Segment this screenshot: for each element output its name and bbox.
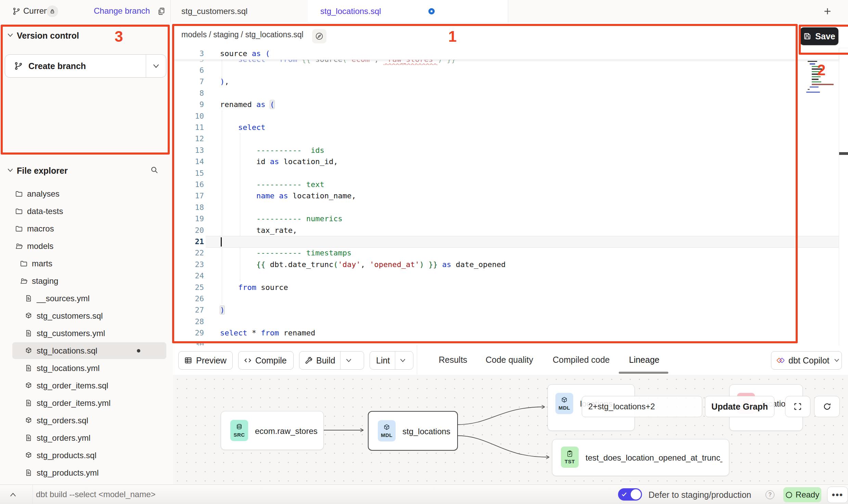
file-item--sources-yml[interactable]: __sources.yml	[0, 290, 197, 307]
more-options-button[interactable]: •••	[827, 487, 848, 503]
chevron-down-icon[interactable]	[152, 64, 160, 69]
file-item-data-tests[interactable]: data-tests	[0, 202, 188, 220]
lint-button[interactable]: Lint	[370, 351, 413, 370]
code-line-14[interactable]: 14 id as location_id,	[173, 156, 839, 168]
file-item-models[interactable]: models	[0, 237, 188, 255]
fullscreen-button[interactable]	[785, 396, 810, 417]
code-line-29[interactable]: 29select * from renamed	[173, 327, 839, 339]
code-line-15[interactable]: 15	[173, 168, 839, 179]
breadcrumb[interactable]: models / staging / stg_locations.sql	[181, 30, 304, 39]
code-line-23[interactable]: 23 {{ dbt.date_trunc('day', 'opened_at')…	[173, 259, 839, 270]
version-control-header[interactable]: Version control	[0, 29, 173, 42]
defer-toggle[interactable]	[618, 488, 642, 501]
file-item-stg-order-items-sql[interactable]: stg_order_items.sql	[0, 377, 197, 394]
code-line-17[interactable]: 17 name as location_name,	[173, 190, 839, 202]
file-item-stg-orders-sql[interactable]: stg_orders.sql	[0, 412, 197, 429]
code-line-27[interactable]: 27)	[173, 304, 839, 316]
minimap-line	[808, 61, 817, 62]
status-badge[interactable]: Ready	[783, 487, 821, 502]
lint-dropdown-chevron-icon[interactable]	[399, 358, 406, 363]
update-graph-button[interactable]: Update Graph	[705, 396, 774, 417]
code-line-11[interactable]: 11 select	[173, 122, 839, 133]
dbt-copilot-button[interactable]: dbt Copilot	[771, 351, 842, 370]
code-line-24[interactable]: 24	[173, 270, 839, 282]
code-line-26[interactable]: 26	[173, 293, 839, 305]
expand-command-chevron-up-icon[interactable]	[9, 492, 17, 497]
lineage-selector-input[interactable]: 2+stg_locations+2	[582, 396, 702, 417]
file-name: stg_order_items.sql	[37, 381, 108, 390]
file-item-stg-orders-yml[interactable]: stg_orders.yml	[0, 429, 197, 447]
file-item-stg-locations-sql[interactable]: stg_locations.sql	[0, 342, 197, 359]
code-line-21[interactable]: 21	[173, 236, 839, 248]
preview-button[interactable]: Preview	[178, 351, 233, 370]
create-branch-button[interactable]: Create branch	[5, 54, 166, 78]
file-item-macros[interactable]: macros	[0, 220, 188, 237]
search-icon[interactable]	[150, 165, 159, 174]
code-line-25[interactable]: 25 from source	[173, 282, 839, 293]
code-line-6[interactable]: 6	[173, 65, 839, 76]
copilot-logo-icon	[776, 356, 785, 365]
tab-compiled-code[interactable]: Compiled code	[553, 345, 610, 374]
code-editor[interactable]: models / staging / stg_locations.sql 5 s…	[173, 23, 848, 345]
file-item-stg-locations-yml[interactable]: stg_locations.yml	[0, 359, 197, 377]
file-explorer-title: File explorer	[17, 166, 68, 176]
line-number: 26	[173, 293, 204, 305]
help-icon[interactable]: ?	[766, 490, 774, 499]
tab-code-quality[interactable]: Code quality	[486, 345, 533, 374]
command-input[interactable]: dbt build --select <model_name>	[36, 490, 156, 499]
code-line-22[interactable]: 22 ---------- timestamps	[173, 247, 839, 259]
code-line-9[interactable]: 9renamed as (	[173, 99, 839, 110]
save-button[interactable]: Save	[800, 27, 838, 45]
code-line-20[interactable]: 20 tax_rate,	[173, 225, 839, 236]
code-line-19[interactable]: 19 ---------- numerics	[173, 213, 839, 225]
tab-stg-locations[interactable]: stg_locations.sql	[308, 0, 508, 22]
compile-button[interactable]: Compile	[238, 351, 294, 370]
file-name: stg_orders.yml	[37, 433, 90, 443]
code-line-18[interactable]: 18	[173, 202, 839, 213]
copy-branch-icon[interactable]	[157, 6, 166, 16]
toggle-knob	[631, 489, 641, 500]
file-item-stg-order-items-yml[interactable]: stg_order_items.yml	[0, 394, 197, 412]
sticky-code-text: source as (	[220, 48, 270, 59]
file-item-staging[interactable]: staging	[0, 272, 193, 290]
file-item-stg-products-sql[interactable]: stg_products.sql	[0, 447, 197, 464]
file-item-stg-products-yml[interactable]: stg_products.yml	[0, 464, 197, 481]
tab-results[interactable]: Results	[439, 345, 467, 374]
code-line-30[interactable]: 30	[173, 339, 839, 345]
file-name: data-tests	[27, 207, 63, 216]
file-name: marts	[32, 259, 52, 268]
code-line-10[interactable]: 10	[173, 110, 839, 122]
code-line-28[interactable]: 28	[173, 316, 839, 328]
file-name: staging	[32, 276, 58, 286]
sticky-code-line: 3 source as (	[173, 48, 839, 60]
code-line-8[interactable]: 8	[173, 88, 839, 99]
tab-lineage[interactable]: Lineage	[629, 345, 659, 374]
build-dropdown-chevron-icon[interactable]	[345, 358, 352, 363]
split-divider	[146, 55, 146, 77]
view-docs-button[interactable]	[312, 29, 326, 43]
code-line-7[interactable]: 7),	[173, 76, 839, 88]
file-item-stg-customers-yml[interactable]: stg_customers.yml	[0, 324, 197, 342]
lineage-node-stg-locations[interactable]: MDL stg_locations	[368, 411, 458, 451]
new-tab-plus-icon[interactable]	[822, 6, 833, 16]
code-line-5[interactable]: 5 select * from {{ source('ecom', 'raw_s…	[173, 59, 839, 65]
file-item-stg-customers-sql[interactable]: stg_customers.sql	[0, 307, 197, 324]
file-item-marts[interactable]: marts	[0, 255, 193, 272]
file-item-analyses[interactable]: analyses	[0, 185, 188, 202]
refresh-button[interactable]	[814, 396, 840, 417]
file-explorer-header[interactable]: File explorer	[0, 164, 173, 177]
scrollbar-handle[interactable]	[839, 152, 848, 155]
build-button[interactable]: Build	[299, 351, 364, 370]
lineage-node-test[interactable]: TST test_does_location_opened_at_trunc_t…	[552, 439, 729, 476]
tab-stg-customers[interactable]: stg_customers.sql	[170, 0, 308, 22]
code-line-16[interactable]: 16 ---------- text	[173, 179, 839, 190]
code-line-13[interactable]: 13 ---------- ids	[173, 145, 839, 156]
lineage-graph-panel[interactable]: SRC ecom.raw_stores MDL stg_locations MD…	[173, 375, 848, 485]
defer-label: Defer to staging/production	[648, 490, 751, 500]
change-branch-link[interactable]: Change branch	[94, 6, 150, 16]
badge-label: SRC	[233, 432, 245, 438]
model-icon	[25, 451, 33, 459]
minimap[interactable]	[806, 56, 844, 94]
lineage-node-source[interactable]: SRC ecom.raw_stores	[221, 411, 324, 450]
code-line-12[interactable]: 12	[173, 133, 839, 145]
